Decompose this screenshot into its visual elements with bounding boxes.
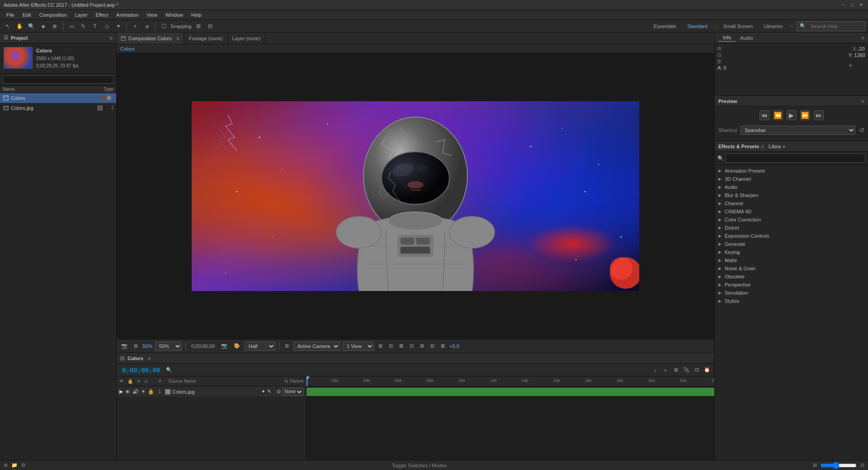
bottom-btn-new-comp[interactable]: ⊕ (4, 462, 8, 468)
window-controls[interactable]: ─ □ ✕ (840, 2, 864, 8)
effect-item-stylize[interactable]: ▶ Stylize (715, 297, 868, 305)
tool-selection[interactable]: ↖ (3, 21, 13, 31)
effect-item-blur-sharpen[interactable]: ▶ Blur & Sharpen (715, 191, 868, 199)
effect-item-perspective[interactable]: ▶ Perspective (715, 281, 868, 289)
vc-toggle5[interactable]: ⊞ (418, 342, 426, 350)
preview-step-back[interactable]: ⏪ (773, 110, 783, 120)
menu-edit[interactable]: Edit (19, 11, 35, 19)
vc-color[interactable]: 🎨 (232, 342, 242, 350)
workspace-small-screen[interactable]: Small Screen (720, 23, 756, 30)
tool-shape[interactable]: ◇ (102, 21, 112, 31)
layer-vis-icon[interactable]: 👁 (125, 389, 130, 395)
minimize-btn[interactable]: ─ (840, 2, 846, 8)
search-input[interactable] (808, 22, 862, 31)
shortcut-select[interactable]: Spacebar (741, 126, 855, 135)
project-menu-icon[interactable]: ≡ (110, 35, 113, 41)
tc-btn4[interactable]: 📎 (682, 366, 691, 375)
layer-parent-select[interactable]: None (283, 388, 303, 396)
tab-footage[interactable]: Footage (none) (184, 33, 227, 44)
layer-lock-icon[interactable]: 🔒 (148, 389, 154, 395)
vc-grid2[interactable]: ⊞ (283, 342, 291, 350)
menu-file[interactable]: File (3, 11, 18, 19)
vc-camera-select[interactable]: Active Camera (293, 342, 340, 351)
tab-layer[interactable]: Layer (none) (228, 33, 265, 44)
tool-pen[interactable]: ✎ (78, 21, 88, 31)
tool-extra2[interactable]: ⌀ (142, 21, 152, 31)
vc-toggle7[interactable]: ⊠ (439, 342, 447, 350)
tab-composition-colors[interactable]: Composition Colors ≡ (117, 33, 184, 44)
effect-item-3d-channel[interactable]: ▶ 3D Channel (715, 175, 868, 183)
workspace-more-icon[interactable]: » (790, 23, 793, 29)
effect-item-noise-grain[interactable]: ▶ Noise & Grain (715, 264, 868, 273)
project-search-input[interactable] (3, 75, 113, 84)
snap-option2[interactable]: ⊟ (205, 21, 215, 31)
menu-layer[interactable]: Layer (71, 11, 91, 19)
vc-quality-select[interactable]: Half Full Quarter (245, 342, 275, 351)
menu-composition[interactable]: Composition (36, 11, 71, 19)
effect-item-animation-presets[interactable]: ▶ Animation Presets (715, 167, 868, 175)
menu-effect[interactable]: Effect (92, 11, 112, 19)
tc-btn1[interactable]: ↕ (651, 366, 660, 375)
layer-audio-icon[interactable]: 🔊 (132, 389, 139, 395)
vc-toggle6[interactable]: ⊟ (429, 342, 436, 350)
vc-snapshot[interactable]: 📷 (119, 342, 129, 350)
timeline-expand-icon[interactable] (120, 356, 125, 361)
search-bar[interactable]: 🔍 (797, 21, 865, 31)
tool-zoom[interactable]: 🔍 (26, 21, 36, 31)
vc-view-select[interactable]: 1 View 2 Views 4 Views (343, 342, 374, 351)
effect-item-cinema4d[interactable]: ▶ CINEMA 4D (715, 207, 868, 216)
tool-camera[interactable]: ◈ (38, 21, 48, 31)
tool-puppet[interactable]: ✦ (113, 21, 123, 31)
vc-zoom-select[interactable]: 50% 100% 200% (155, 342, 182, 351)
playhead[interactable] (307, 376, 307, 386)
timeline-layer-row-1[interactable]: ▶ 👁 🔊 ☀ 🔒 1 Colors.jpg ✦ (117, 386, 306, 397)
snap-option1[interactable]: ⊞ (193, 21, 203, 31)
timeline-timecode[interactable]: 0;00;00;00 (119, 367, 163, 374)
tool-extra1[interactable]: ⚬ (130, 21, 140, 31)
effect-item-color-correction[interactable]: ▶ Color Correction (715, 216, 868, 224)
tc-btn5[interactable]: ⊡ (692, 366, 701, 375)
effects-search-area[interactable]: 🔍 (715, 152, 868, 165)
effect-item-simulation[interactable]: ▶ Simulation (715, 289, 868, 297)
vc-toggle1[interactable]: ⊞ (377, 342, 384, 350)
effect-item-matte[interactable]: ▶ Matte (715, 256, 868, 264)
comp-tab-menu[interactable]: ≡ (176, 36, 179, 41)
layer-fx-star[interactable]: ✦ (261, 389, 265, 395)
tc-btn2[interactable]: + (661, 366, 670, 375)
tab-audio[interactable]: Audio (736, 34, 757, 42)
menu-window[interactable]: Window (162, 11, 187, 19)
menu-animation[interactable]: Animation (113, 11, 142, 19)
tool-orbit[interactable]: ⊕ (50, 21, 60, 31)
vc-toggle3[interactable]: ⊠ (397, 342, 405, 350)
preview-play[interactable]: ▶ (787, 110, 797, 120)
info-plus-btn[interactable]: + (849, 61, 865, 70)
workspace-essentials[interactable]: Essentials (650, 23, 680, 30)
effect-item-obsolete[interactable]: ▶ Obsolete (715, 273, 868, 281)
timeline-ruler[interactable]: 02s 04s 06s 08s 10s 12s 14s 16s 18s 20s … (307, 376, 714, 386)
tc-btn6[interactable]: ⏰ (703, 366, 712, 375)
effect-item-distort[interactable]: ▶ Distort (715, 224, 868, 232)
preview-menu[interactable]: ≡ (862, 99, 864, 104)
timeline-zoom-slider[interactable] (821, 462, 857, 469)
tc-search[interactable]: 🔍 (165, 366, 174, 375)
project-item-colors-comp[interactable]: Colors ⊞ (0, 93, 116, 103)
menu-help[interactable]: Help (188, 11, 205, 19)
effect-item-generate[interactable]: ▶ Generate (715, 240, 868, 248)
bottom-btn-folder[interactable]: 📁 (11, 462, 18, 468)
timeline-header-menu[interactable]: ≡ (148, 356, 151, 361)
effect-item-keying[interactable]: ▶ Keying (715, 248, 868, 256)
tab-info[interactable]: Info (718, 34, 736, 42)
maximize-btn[interactable]: □ (849, 2, 855, 8)
bottom-right-icon[interactable]: ⊟ (860, 462, 864, 468)
effects-menu[interactable]: ≡ (761, 144, 764, 149)
close-btn[interactable]: ✕ (858, 2, 864, 8)
effects-expand-icon[interactable]: » (783, 143, 786, 150)
workspace-standard[interactable]: Standard (684, 23, 711, 30)
tool-type[interactable]: T (90, 21, 100, 31)
vc-grid[interactable]: ⊞ (132, 342, 140, 350)
effect-item-expression-controls[interactable]: ▶ Expression Controls (715, 232, 868, 240)
breadcrumb-colors[interactable]: Colors (120, 46, 135, 52)
bottom-btn-settings[interactable]: ⚙ (21, 462, 26, 468)
preview-skip-end[interactable]: ⏭ (814, 110, 824, 120)
info-plus-icon[interactable]: + (849, 61, 853, 70)
